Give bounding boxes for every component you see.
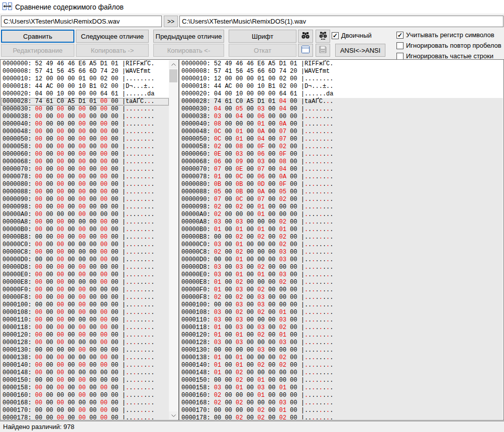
hex-row[interactable]: 00000B0: 00 00 00 00 00 00 00 00 |......… [1,226,169,234]
hex-row[interactable]: 0000090: 00 00 00 00 00 00 00 00 |......… [1,196,169,203]
hex-row[interactable]: 0000138: 01 00 01 00 00 00 02 00 |......… [180,354,503,362]
hex-row[interactable]: 0000090: 07 00 0C 00 07 00 02 00 |......… [180,196,503,203]
lines-checkbox-box[interactable] [396,53,404,60]
hex-row[interactable]: 00000F0: 01 00 03 00 02 00 00 00 |......… [180,286,503,294]
hex-row[interactable]: 0000068: 00 00 00 00 00 00 00 00 |......… [1,158,169,166]
hex-row[interactable]: 0000060: 00 00 00 00 00 00 00 00 |......… [1,151,169,158]
hex-row[interactable]: 00000E8: 00 00 00 00 00 00 00 00 |......… [1,279,169,286]
hex-row[interactable]: 0000110: 00 00 00 00 00 00 00 00 |......… [1,316,169,324]
hex-row[interactable]: 00000C8: 00 00 00 00 00 00 00 00 |......… [1,249,169,256]
hex-row[interactable]: 0000110: 03 00 03 00 00 00 03 00 |......… [180,316,503,324]
hex-row[interactable]: 0000120: 01 00 01 00 02 00 01 00 |......… [180,332,503,339]
hex-row[interactable]: 0000070: 07 00 0E 00 07 00 04 00 |......… [180,166,503,173]
hex-row[interactable]: 0000178: 00 00 00 00 00 00 00 00 |......… [1,414,169,419]
hex-row[interactable]: 00000E0: 03 00 01 00 01 00 03 00 |......… [180,271,503,279]
scrollbar-thumb[interactable] [169,69,177,82]
hex-row[interactable]: 0000140: 00 00 00 00 00 00 00 00 |......… [1,362,169,369]
scroll-down-icon[interactable] [169,411,178,419]
hex-row[interactable]: 0000000: 52 49 46 46 E6 A5 D1 01 |RIFFжҐ… [1,60,169,68]
hex-row[interactable]: 00000D8: 00 00 00 00 00 00 00 00 |......… [1,264,169,271]
hex-row[interactable]: 0000118: 00 00 00 00 00 00 00 00 |......… [1,324,169,332]
edit-button[interactable]: Редактирование [1,44,74,57]
hex-row[interactable]: 0000050: 00 00 00 00 00 00 00 00 |......… [1,136,169,143]
hex-row[interactable]: 0000040: 00 00 00 00 00 00 00 00 |......… [1,121,169,128]
hex-row[interactable]: 00000A0: 02 00 00 00 01 00 00 00 |......… [180,211,503,219]
font-button[interactable]: Шрифт [229,30,296,43]
hex-row[interactable]: 0000030: 04 00 05 00 03 00 04 00 |......… [180,105,503,113]
hex-row[interactable]: 0000120: 00 00 00 00 00 00 00 00 |......… [1,332,169,339]
hex-row[interactable]: 0000168: 00 00 00 00 00 00 00 00 |......… [1,399,169,407]
right-file-path-input[interactable] [179,16,503,27]
next-difference-button[interactable]: Следующее отличие [76,30,149,43]
hex-row[interactable]: 0000140: 01 00 01 00 02 00 02 00 |......… [180,362,503,369]
ignore-spaces-checkbox[interactable]: Игнорировать повтор пробелов [396,42,501,49]
hex-row[interactable]: 0000088: 00 00 00 00 00 00 00 00 |......… [1,188,169,196]
binary-checkbox[interactable]: ✓ Двоичный [332,32,372,39]
hex-row[interactable]: 0000060: 0E 00 03 00 06 00 0F 00 |......… [180,151,503,158]
hex-row[interactable]: 0000020: 04 00 10 00 00 00 64 61 |......… [180,90,503,98]
hex-row[interactable]: 0000028: 74 61 C0 A5 D1 01 04 00 |taАҐС.… [180,98,503,105]
hex-row[interactable]: 0000100: 00 00 03 00 03 00 00 00 |......… [180,301,503,309]
compare-button[interactable]: Сравнить [1,30,74,43]
hex-row[interactable]: 00000E0: 00 00 00 00 00 00 00 00 |......… [1,271,169,279]
left-panel-scrollbar[interactable] [169,60,178,419]
hex-row[interactable]: 0000170: 00 00 00 00 02 00 01 00 |......… [180,407,503,414]
hex-row[interactable]: 00000F0: 00 00 00 00 00 00 00 00 |......… [1,286,169,294]
copy-left-button[interactable]: Копировать <- [153,44,224,57]
swap-paths-button[interactable]: >> [164,16,178,27]
hex-row[interactable]: 0000150: 00 00 02 00 01 00 00 00 |......… [180,377,503,384]
find-button[interactable] [298,30,313,43]
hex-row[interactable]: 0000128: 03 00 03 00 00 00 03 00 |......… [180,339,503,347]
previous-difference-button[interactable]: Предыдущее отличие [153,30,224,43]
hex-row[interactable]: 0000158: 03 00 01 00 03 00 01 00 |......… [180,384,503,392]
hex-row[interactable]: 00000D0: 00 00 00 00 00 00 00 00 |......… [1,256,169,264]
hex-row[interactable]: 00000C0: 00 00 00 00 00 00 00 00 |......… [1,241,169,249]
binary-checkbox-box[interactable]: ✓ [332,32,339,39]
hex-row[interactable]: 0000098: 02 00 02 00 01 00 00 00 |......… [180,203,503,211]
hex-row[interactable]: 00000A0: 00 00 00 00 00 00 00 00 |......… [1,211,169,219]
ansi-conversion-button[interactable]: ANSI<->ANSI [335,44,385,57]
case-checkbox-box[interactable]: ✓ [396,32,404,39]
hex-row[interactable]: 00000D0: 00 00 01 00 00 00 03 00 |......… [180,256,503,264]
hex-row[interactable]: 0000018: 44 AC 00 00 10 B1 02 00 |D¬...±… [1,83,169,90]
hex-row[interactable]: 00000A8: 00 00 00 00 00 00 00 00 |......… [1,219,169,226]
hex-row[interactable]: 0000070: 00 00 00 00 00 00 00 00 |......… [1,166,169,173]
hex-row[interactable]: 0000080: 00 00 00 00 00 00 00 00 |......… [1,181,169,188]
split-view-button[interactable] [298,44,313,57]
hex-row[interactable]: 0000048: 0C 00 01 00 0A 00 07 00 |......… [180,128,503,136]
hex-row[interactable]: 0000010: 12 00 00 00 01 00 02 00 |......… [180,75,503,83]
hex-row[interactable]: 00000F8: 02 00 02 00 03 00 00 00 |......… [180,294,503,301]
hex-row[interactable]: 0000008: 57 41 56 45 66 6D 74 20 |WAVEfm… [1,68,169,75]
hex-row[interactable]: 0000058: 02 00 08 00 0F 00 02 00 |......… [180,143,503,151]
hex-row[interactable]: 00000B8: 00 00 02 00 02 00 02 00 |......… [180,234,503,241]
hex-row[interactable]: 0000040: 08 00 00 00 01 00 0A 00 |......… [180,121,503,128]
spaces-checkbox-box[interactable] [396,42,404,49]
hex-row[interactable]: 00000F8: 00 00 00 00 00 00 00 00 |......… [1,294,169,301]
hex-row[interactable]: 00000B8: 00 00 00 00 00 00 00 00 |......… [1,234,169,241]
hex-row[interactable]: 0000138: 00 00 00 00 00 00 00 00 |......… [1,354,169,362]
hex-row[interactable]: 0000050: 0C 00 01 00 04 00 07 00 |......… [180,136,503,143]
hex-row[interactable]: 0000158: 00 00 00 00 00 00 00 00 |......… [1,384,169,392]
left-file-path-input[interactable] [1,16,162,27]
hex-row[interactable]: 0000170: 00 00 00 00 00 00 00 00 |......… [1,407,169,414]
hex-row[interactable]: 0000038: 03 00 04 00 06 00 00 00 |......… [180,113,503,121]
hex-row[interactable]: 00000D8: 03 00 03 00 02 00 00 00 |......… [180,264,503,271]
hex-row[interactable]: 0000028: 74 61 C0 A5 D1 01 00 00 |taАҐС.… [1,98,169,105]
hex-row[interactable]: 00000B0: 01 00 01 00 01 00 01 00 |......… [180,226,503,234]
hex-row[interactable]: 00000C8: 02 00 02 00 00 00 03 00 |......… [180,249,503,256]
hex-row[interactable]: 0000108: 00 00 00 00 00 00 00 00 |......… [1,309,169,316]
hex-view-left[interactable]: 0000000: 52 49 46 46 E6 A5 D1 01 |RIFFжҐ… [1,60,169,419]
hex-row[interactable]: 0000168: 02 00 02 00 00 00 03 00 |......… [180,399,503,407]
hex-row[interactable]: 0000108: 03 00 02 00 02 00 01 00 |......… [180,309,503,316]
hex-row[interactable]: 0000178: 00 00 02 00 02 00 02 00 |......… [180,414,503,419]
hex-row[interactable]: 0000098: 00 00 00 00 00 00 00 00 |......… [1,203,169,211]
hex-row[interactable]: 0000128: 00 00 00 00 00 00 00 00 |......… [1,339,169,347]
hex-row[interactable]: 0000030: 00 00 00 00 00 00 00 00 |......… [1,105,169,113]
hex-row[interactable]: 0000068: 06 00 09 00 03 00 08 00 |......… [180,158,503,166]
rollback-button[interactable]: Откат [229,44,296,57]
hex-row[interactable]: 00000C0: 03 00 01 00 00 00 02 00 |......… [180,241,503,249]
hex-row[interactable]: 0000078: 00 00 00 00 00 00 00 00 |......… [1,173,169,181]
hex-row[interactable]: 0000130: 00 00 00 00 00 00 00 00 |......… [1,347,169,354]
hex-row[interactable]: 0000008: 57 41 56 45 66 6D 74 20 |WAVEfm… [180,68,503,75]
find-options-button[interactable] [316,30,330,43]
